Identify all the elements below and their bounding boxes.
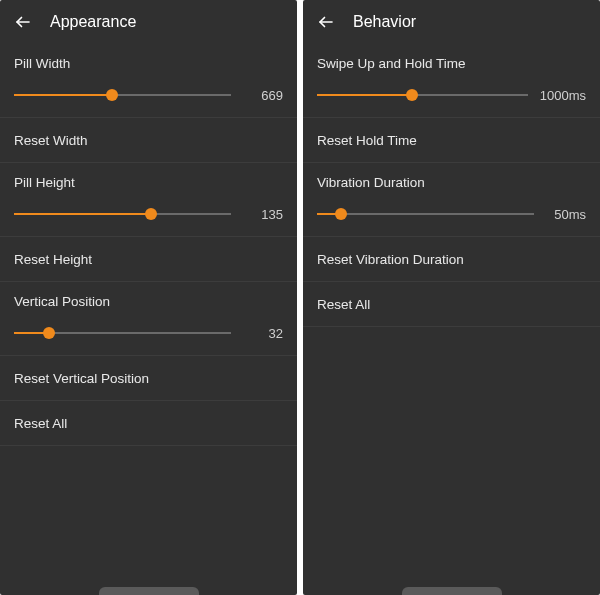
vibration-duration-value: 50ms — [546, 207, 586, 222]
pill-width-value: 669 — [243, 88, 283, 103]
reset-vertical-position-button[interactable]: Reset Vertical Position — [0, 356, 297, 401]
reset-width-button[interactable]: Reset Width — [0, 118, 297, 163]
vertical-position-row: Vertical Position 32 — [0, 282, 297, 356]
back-arrow-icon[interactable] — [317, 13, 335, 31]
vibration-duration-row: Vibration Duration 50ms — [303, 163, 600, 237]
pill-height-row: Pill Height 135 — [0, 163, 297, 237]
back-arrow-icon[interactable] — [14, 13, 32, 31]
pill-width-row: Pill Width 669 — [0, 44, 297, 118]
appearance-panel: Appearance Pill Width 669 Reset Width Pi… — [0, 0, 297, 595]
vibration-duration-label: Vibration Duration — [317, 175, 586, 190]
page-title: Behavior — [353, 13, 416, 31]
pill-height-slider[interactable] — [14, 206, 231, 222]
vibration-duration-slider[interactable] — [317, 206, 534, 222]
swipe-hold-time-value: 1000ms — [540, 88, 586, 103]
pill-height-value: 135 — [243, 207, 283, 222]
vertical-position-value: 32 — [243, 326, 283, 341]
behavior-header: Behavior — [303, 0, 600, 44]
vertical-position-slider[interactable] — [14, 325, 231, 341]
pill-height-label: Pill Height — [14, 175, 283, 190]
swipe-hold-time-label: Swipe Up and Hold Time — [317, 56, 586, 71]
reset-hold-time-button[interactable]: Reset Hold Time — [303, 118, 600, 163]
behavior-panel: Behavior Swipe Up and Hold Time 1000ms R… — [303, 0, 600, 595]
home-indicator[interactable] — [402, 587, 502, 595]
pill-width-slider[interactable] — [14, 87, 231, 103]
reset-height-button[interactable]: Reset Height — [0, 237, 297, 282]
appearance-header: Appearance — [0, 0, 297, 44]
reset-vibration-duration-button[interactable]: Reset Vibration Duration — [303, 237, 600, 282]
reset-all-behavior-button[interactable]: Reset All — [303, 282, 600, 327]
vertical-position-label: Vertical Position — [14, 294, 283, 309]
swipe-hold-time-row: Swipe Up and Hold Time 1000ms — [303, 44, 600, 118]
home-indicator[interactable] — [99, 587, 199, 595]
pill-width-label: Pill Width — [14, 56, 283, 71]
reset-all-appearance-button[interactable]: Reset All — [0, 401, 297, 446]
page-title: Appearance — [50, 13, 136, 31]
swipe-hold-time-slider[interactable] — [317, 87, 528, 103]
